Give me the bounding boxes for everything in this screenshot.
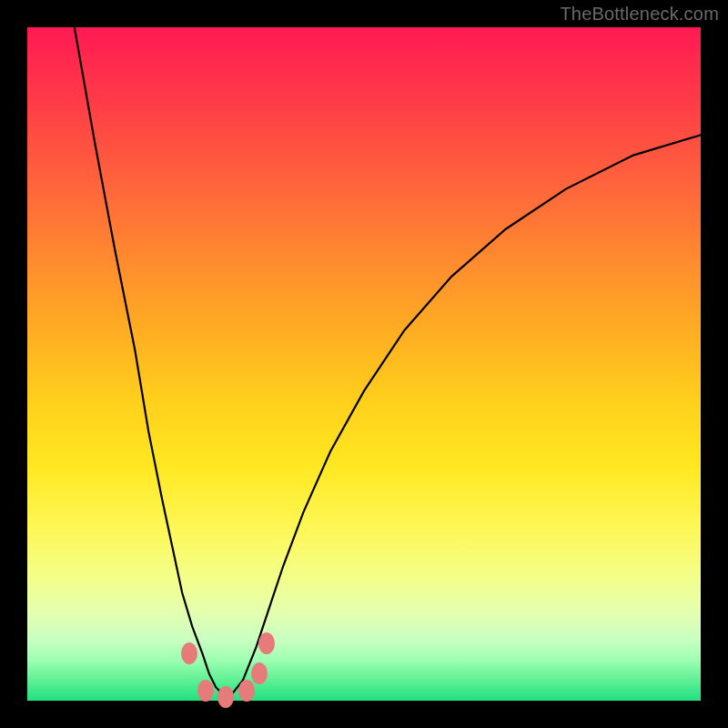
data-marker [251,662,268,684]
bottleneck-curve [27,27,701,701]
data-marker [258,632,275,654]
watermark-text: TheBottleneck.com [560,4,719,25]
plot-area [27,27,701,701]
data-marker [197,680,214,702]
data-marker [217,686,234,708]
data-marker [238,680,255,702]
data-marker [181,642,197,664]
chart-frame: TheBottleneck.com [0,0,728,728]
